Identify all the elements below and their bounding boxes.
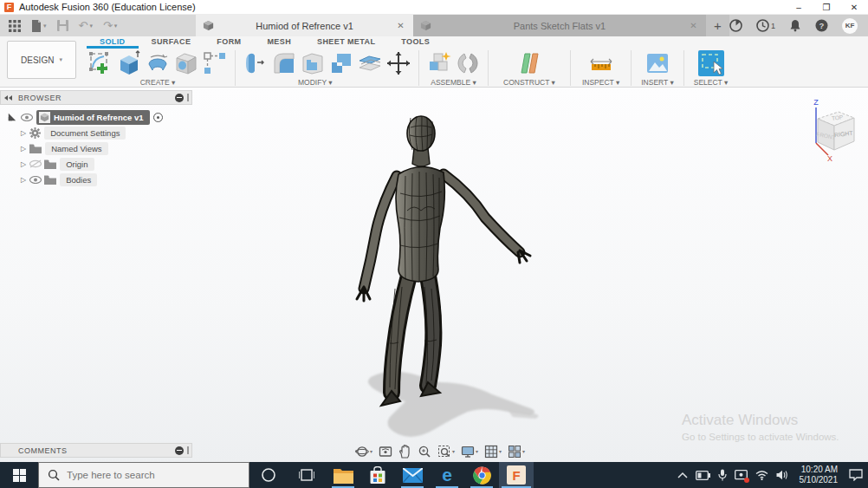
cortana-button[interactable] bbox=[249, 462, 288, 488]
pan-icon[interactable] bbox=[398, 445, 411, 459]
chrome-button[interactable] bbox=[464, 462, 499, 488]
new-tab-button[interactable]: + bbox=[706, 15, 729, 36]
clock[interactable]: 10:20 AM 5/10/2021 bbox=[800, 465, 839, 486]
screen-share-icon[interactable] bbox=[735, 470, 748, 481]
measure-icon[interactable] bbox=[588, 50, 614, 76]
select-icon[interactable] bbox=[698, 50, 724, 76]
search-input[interactable] bbox=[67, 470, 231, 480]
shell-icon[interactable] bbox=[300, 50, 326, 76]
collapsed-arrow-icon[interactable]: ▷ bbox=[21, 176, 26, 184]
volume-icon[interactable] bbox=[776, 470, 788, 480]
panel-grip-handle[interactable] bbox=[187, 446, 189, 454]
mail-button[interactable] bbox=[395, 462, 430, 488]
panel-collapse-icon[interactable] bbox=[175, 446, 184, 455]
display-settings-icon[interactable]: ▾ bbox=[461, 445, 478, 459]
grid-settings-icon[interactable]: ▾ bbox=[484, 445, 502, 459]
sketch-pattern-icon[interactable] bbox=[202, 50, 228, 76]
comments-panel-header[interactable]: COMMENTS bbox=[0, 443, 192, 458]
maximize-button[interactable]: ❐ bbox=[813, 0, 840, 15]
minimize-button[interactable]: – bbox=[785, 0, 813, 15]
action-center-icon[interactable] bbox=[849, 469, 863, 481]
extrude-icon[interactable] bbox=[116, 50, 142, 76]
orbit-icon[interactable]: ▾ bbox=[355, 445, 372, 459]
offset-face-icon[interactable] bbox=[357, 50, 383, 76]
construct-plane-icon[interactable] bbox=[516, 50, 542, 76]
inspect-group-label[interactable]: INSPECT ▾ bbox=[582, 78, 619, 87]
construct-group-label[interactable]: CONSTRUCT ▾ bbox=[503, 78, 555, 87]
tree-root-row[interactable]: Humiod of Refrence v1 bbox=[0, 109, 192, 125]
visibility-off-icon[interactable] bbox=[29, 159, 42, 168]
taskbar-search[interactable] bbox=[38, 462, 249, 488]
insert-group-label[interactable]: INSERT ▾ bbox=[641, 78, 674, 87]
tree-row-named-views[interactable]: ▷ Named Views bbox=[0, 140, 192, 156]
collapsed-arrow-icon[interactable]: ▷ bbox=[21, 129, 26, 137]
select-group-label[interactable]: SELECT ▾ bbox=[694, 78, 729, 87]
view-cube[interactable]: Z TOP FRONT RIGHT X bbox=[797, 93, 859, 162]
save-icon[interactable] bbox=[54, 16, 72, 35]
notifications-bell-icon[interactable] bbox=[789, 19, 801, 32]
zoom-icon[interactable] bbox=[418, 445, 431, 459]
redo-icon[interactable]: ↷▾ bbox=[100, 16, 120, 35]
close-button[interactable]: ✕ bbox=[840, 0, 868, 15]
visibility-eye-icon[interactable] bbox=[21, 114, 33, 121]
revolve-icon[interactable] bbox=[145, 50, 171, 76]
fit-view-icon[interactable]: ▾ bbox=[437, 445, 455, 459]
assemble-group-label[interactable]: ASSEMBLE ▾ bbox=[431, 78, 476, 87]
panel-collapse-icon[interactable] bbox=[175, 94, 184, 102]
tree-root-item[interactable]: Humiod of Refrence v1 bbox=[36, 110, 150, 125]
tab-close-icon[interactable]: ✕ bbox=[395, 21, 405, 30]
combine-icon[interactable] bbox=[328, 50, 354, 76]
humanoid-mesh-body[interactable] bbox=[338, 107, 550, 446]
hole-icon[interactable] bbox=[173, 50, 199, 76]
ribbon-tab-tools[interactable]: TOOLS bbox=[388, 36, 443, 49]
visibility-eye-icon[interactable] bbox=[29, 176, 42, 184]
browser-panel-header[interactable]: BROWSER bbox=[0, 90, 192, 105]
fillet-icon[interactable] bbox=[271, 50, 297, 76]
ribbon-tab-solid[interactable]: SOLID bbox=[87, 36, 139, 49]
expanded-arrow-icon[interactable] bbox=[9, 114, 16, 120]
start-button[interactable] bbox=[0, 462, 38, 488]
collapsed-arrow-icon[interactable]: ▷ bbox=[21, 160, 26, 168]
store-button[interactable] bbox=[360, 462, 395, 488]
tray-expand-chevron-icon[interactable] bbox=[677, 472, 688, 478]
user-avatar[interactable]: KF bbox=[842, 18, 858, 34]
file-explorer-button[interactable] bbox=[326, 462, 360, 488]
ribbon-tab-sheet-metal[interactable]: SHEET METAL bbox=[304, 36, 388, 49]
help-icon[interactable]: ? bbox=[815, 19, 828, 32]
ribbon-tab-surface[interactable]: SURFACE bbox=[139, 36, 204, 49]
viewports-icon[interactable]: ▾ bbox=[508, 445, 525, 459]
collapse-panel-icon[interactable] bbox=[4, 95, 13, 101]
insert-canvas-icon[interactable] bbox=[645, 50, 670, 76]
create-sketch-icon[interactable] bbox=[87, 50, 113, 76]
tree-row-bodies[interactable]: ▷ Bodies bbox=[0, 172, 192, 187]
undo-icon[interactable]: ↶▾ bbox=[75, 16, 96, 35]
activate-component-radio[interactable] bbox=[153, 113, 163, 122]
data-panel-icon[interactable] bbox=[5, 16, 24, 35]
workspace-design-dropdown[interactable]: DESIGN ▾ bbox=[7, 41, 76, 79]
panel-grip-handle[interactable] bbox=[187, 94, 189, 101]
collapsed-arrow-icon[interactable]: ▷ bbox=[21, 145, 26, 153]
tree-row-origin[interactable]: ▷ Origin bbox=[0, 156, 192, 172]
ribbon-tab-form[interactable]: FORM bbox=[204, 36, 254, 49]
battery-icon[interactable] bbox=[696, 471, 710, 480]
task-view-button[interactable] bbox=[288, 462, 326, 488]
microphone-icon[interactable] bbox=[718, 469, 727, 481]
ribbon-tab-mesh[interactable]: MESH bbox=[254, 36, 304, 49]
modify-group-label[interactable]: MODIFY ▾ bbox=[298, 78, 333, 87]
create-group-label[interactable]: CREATE ▾ bbox=[140, 78, 176, 87]
job-status-icon[interactable]: 1 bbox=[756, 19, 775, 32]
move-icon[interactable] bbox=[385, 50, 411, 76]
document-tab-active[interactable]: Humiod of Refrence v1 ✕ bbox=[196, 15, 413, 36]
look-at-icon[interactable] bbox=[379, 445, 392, 459]
tab-close-icon[interactable]: ✕ bbox=[688, 21, 698, 30]
edge-button[interactable]: e bbox=[430, 462, 464, 488]
document-tab-inactive[interactable]: Pants Sketch Flats v1 ✕ bbox=[413, 15, 706, 36]
fusion360-taskbar-button[interactable]: F bbox=[499, 462, 534, 488]
file-menu-icon[interactable]: ▾ bbox=[28, 16, 50, 35]
new-component-icon[interactable] bbox=[426, 50, 452, 76]
3d-viewport[interactable]: BROWSER Humiod of Refrence v1 ▷ bbox=[0, 88, 868, 462]
press-pull-icon[interactable] bbox=[243, 50, 269, 76]
joint-icon[interactable] bbox=[455, 50, 481, 76]
wifi-icon[interactable] bbox=[755, 471, 768, 480]
extensions-icon[interactable] bbox=[729, 19, 742, 32]
